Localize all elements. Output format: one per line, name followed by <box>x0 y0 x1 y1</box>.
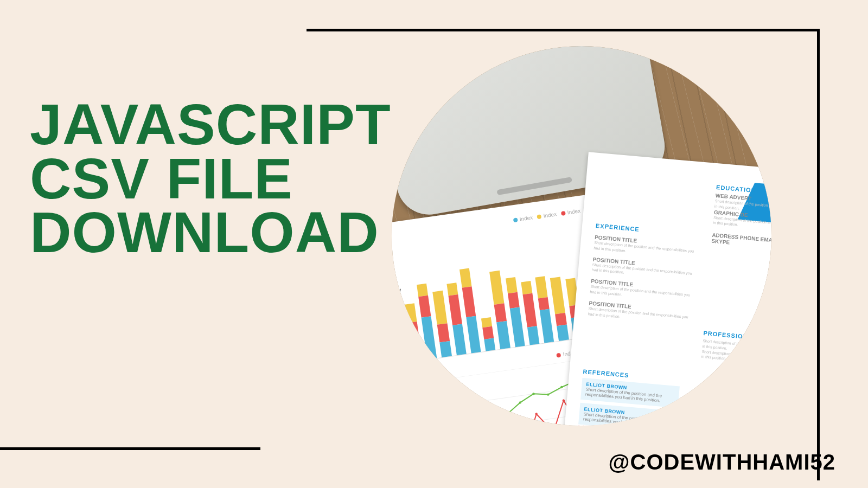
bar-segment <box>489 270 504 304</box>
bar-segment <box>448 294 462 326</box>
decor-line-vertical <box>817 29 820 480</box>
edu-item-2-desc: Short description of the position and th… <box>713 215 771 235</box>
headline-line-1: JAVASCRIPT <box>30 98 391 152</box>
decor-line-top <box>307 29 819 31</box>
headline-line-3: DOWNLOAD <box>30 206 391 260</box>
hero-photo: Index Index Index ompany tems Index Inde… <box>392 46 771 426</box>
bar-chart-legend: Index Index Index <box>513 208 581 223</box>
svg-point-25 <box>506 413 509 415</box>
headline-line-2: CSV FILE <box>30 152 391 206</box>
bar-segment <box>433 291 448 325</box>
resume-first-name: SAMANTHA <box>770 187 771 204</box>
bar-segment <box>410 336 423 362</box>
resume-paper: SAMANTHA BLACK EDUCATION WEB ADVERT Shor… <box>559 152 771 426</box>
bar-segment <box>407 322 419 338</box>
bar <box>481 317 496 351</box>
legend-red: Index <box>560 208 581 216</box>
reference-1: ELLIOT BROWN Short description of the po… <box>580 378 680 408</box>
bar-segment <box>482 326 494 339</box>
bar-segment <box>422 316 437 359</box>
bar-segment <box>535 276 547 298</box>
bar-segment <box>522 293 537 327</box>
decor-line-bottom <box>0 447 260 450</box>
bar-segment <box>550 277 565 314</box>
professional-desc-2: Short description of the position and th… <box>701 349 771 369</box>
bar-segment <box>418 296 431 318</box>
bar-segment <box>509 307 525 347</box>
resume-right-column: EDUCATION WEB ADVERT Short description o… <box>711 179 771 253</box>
bar-segment <box>417 284 428 297</box>
bar-segment <box>484 338 495 351</box>
headline: JAVASCRIPT CSV FILE DOWNLOAD <box>30 98 391 260</box>
legend-yellow: Index <box>537 211 557 220</box>
bar-chart-y-label: ompany <box>392 287 401 297</box>
bar-segment <box>497 321 510 349</box>
author-handle: @CODEWITHHAMI52 <box>609 450 835 474</box>
bar-segment <box>494 303 507 323</box>
bar-segment <box>437 323 450 343</box>
bar-segment <box>557 325 569 341</box>
bar-segment <box>555 313 566 326</box>
bar-segment <box>508 292 520 309</box>
resume-left-column: EXPERIENCE POSITION TITLE Short descript… <box>588 218 699 325</box>
legend-blue: Index <box>513 214 533 223</box>
bar-segment <box>527 326 540 345</box>
svg-point-7 <box>448 411 450 414</box>
stacked-bar-chart <box>398 228 598 362</box>
bar-segment <box>459 268 472 288</box>
references-block: REFERENCES ELLIOT BROWN Short descriptio… <box>576 364 681 426</box>
contact-email: EMAIL <box>760 236 771 244</box>
thumbnail-canvas: JAVASCRIPT CSV FILE DOWNLOAD @CODEWITHHA… <box>0 0 868 488</box>
bar-segment <box>446 282 458 296</box>
bar-segment <box>540 309 554 343</box>
bar-segment <box>440 341 452 357</box>
bar-segment <box>405 304 417 323</box>
contact-phone: PHONE <box>739 234 759 242</box>
line-chart-y-label: tems <box>392 384 406 393</box>
bar-segment <box>462 286 476 318</box>
bar-segment <box>538 297 550 311</box>
bar-segment <box>452 324 467 356</box>
contact-skype: SKYPE <box>711 238 730 246</box>
bar <box>405 304 423 362</box>
bar-segment <box>506 277 518 293</box>
bar-segment <box>466 316 481 354</box>
professional-statement: PROFESSIONAL STATEMENT Short description… <box>701 325 771 369</box>
svg-point-9 <box>477 416 480 419</box>
svg-point-24 <box>492 412 494 415</box>
bar-segment <box>521 281 532 294</box>
